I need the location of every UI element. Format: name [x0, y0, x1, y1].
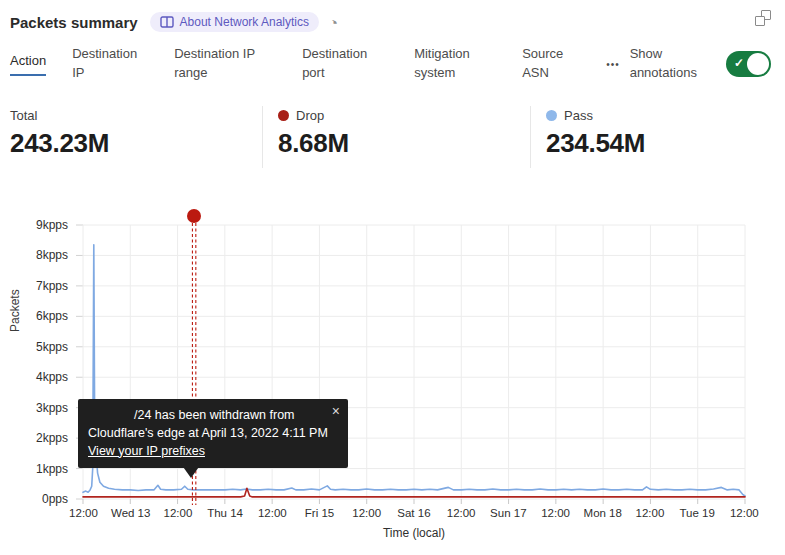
show-annotations-toggle[interactable]: ✓ — [726, 51, 771, 77]
tab-action[interactable]: Action — [10, 52, 46, 76]
drop-legend-dot — [278, 110, 289, 121]
pass-legend-dot — [546, 110, 557, 121]
tab-mitigation-system[interactable]: Mitigation system — [414, 45, 492, 83]
expand-icon[interactable] — [755, 10, 771, 26]
show-annotations-label: Show annotations — [630, 45, 716, 83]
header: Packets summary About Network Analytics … — [0, 0, 785, 34]
x-tick: 12:00 — [154, 507, 201, 519]
x-tick: Wed 13 — [107, 507, 154, 519]
x-tick: Sun 17 — [485, 507, 532, 519]
tab-destination-ip[interactable]: Destination IP — [72, 45, 144, 83]
time-history-icon[interactable]: ◔ — [329, 15, 338, 30]
stat-pass-label: Pass — [564, 108, 593, 123]
more-tabs-ellipsis-icon[interactable]: ••• — [606, 59, 620, 70]
expand-front-square — [755, 16, 765, 26]
chart-plot[interactable] — [0, 196, 785, 551]
stat-pass-value: 234.54M — [546, 128, 785, 159]
tab-destination-ip-range[interactable]: Destination IP range — [174, 45, 272, 83]
x-axis-ticks: 12:00 Wed 13 12:00 Thu 14 12:00 Fri 15 1… — [60, 507, 768, 519]
x-tick: Mon 18 — [579, 507, 626, 519]
x-tick: 12:00 — [60, 507, 107, 519]
stat-drop-value: 8.68M — [278, 128, 530, 159]
packets-chart[interactable]: Packets 9kpps 8kpps 7kpps 6kpps 5kpps 4k… — [0, 196, 785, 551]
view-ip-prefixes-link[interactable]: View your IP prefixes — [88, 444, 205, 458]
annotation-tooltip: × /24 has been withdrawn from Cloudflare… — [78, 399, 348, 468]
x-axis-label: Time (local) — [83, 526, 745, 540]
badge-label: About Network Analytics — [180, 15, 309, 29]
stat-total: Total 243.23M — [0, 106, 262, 168]
book-icon — [160, 16, 174, 28]
stat-total-label: Total — [10, 108, 37, 123]
check-icon: ✓ — [734, 56, 744, 70]
close-icon[interactable]: × — [332, 402, 340, 422]
page-title: Packets summary — [10, 14, 138, 31]
packets-summary-card: Packets summary About Network Analytics … — [0, 0, 785, 555]
tooltip-line2: Cloudflare's edge at April 13, 2022 4:11… — [88, 425, 338, 443]
x-tick: Fri 15 — [296, 507, 343, 519]
x-tick: 12:00 — [343, 507, 390, 519]
about-network-analytics-badge[interactable]: About Network Analytics — [150, 12, 319, 32]
x-tick: 12:00 — [721, 507, 768, 519]
stat-pass: Pass 234.54M — [530, 106, 785, 168]
tab-destination-port[interactable]: Destination port — [302, 45, 384, 83]
stat-drop: Drop 8.68M — [262, 106, 530, 168]
x-tick: Tue 19 — [674, 507, 721, 519]
x-tick: 12:00 — [532, 507, 579, 519]
x-tick: 12:00 — [438, 507, 485, 519]
x-tick: 12:00 — [249, 507, 296, 519]
tooltip-line1: /24 has been withdrawn from — [88, 407, 338, 425]
tooltip-caret — [181, 464, 201, 478]
annotation-marker[interactable] — [187, 209, 201, 223]
x-tick: Sat 16 — [390, 507, 437, 519]
stats-row: Total 243.23M Drop 8.68M Pass 234.54M — [0, 106, 785, 168]
x-tick: 12:00 — [626, 507, 673, 519]
stat-total-value: 243.23M — [10, 128, 262, 159]
tab-source-asn[interactable]: Source ASN — [522, 45, 576, 83]
toggle-knob — [747, 53, 769, 75]
stat-drop-label: Drop — [296, 108, 324, 123]
x-tick: Thu 14 — [202, 507, 249, 519]
dimension-tabs: Action Destination IP Destination IP ran… — [0, 40, 785, 88]
